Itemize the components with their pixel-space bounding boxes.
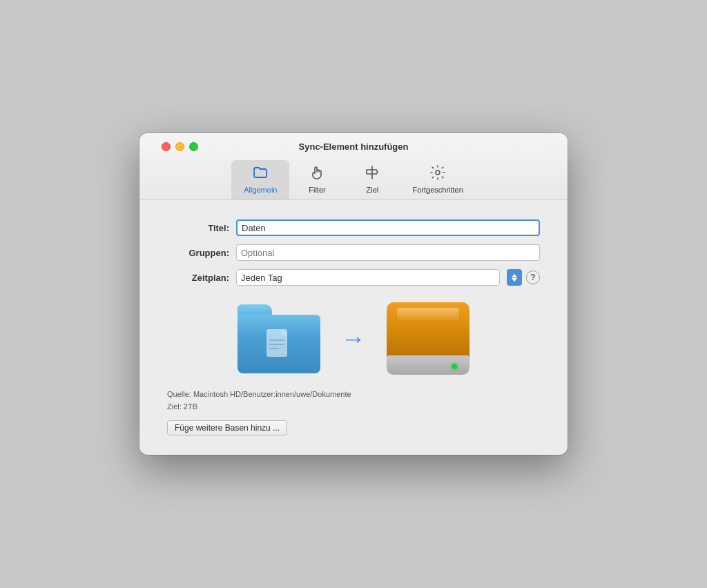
sync-arrow-icon: → [341, 324, 366, 353]
form-section: Titel: Gruppen: Zeitplan: Jeden Tag Stün… [167, 219, 540, 286]
document-icon [264, 328, 294, 365]
target-drive-icon[interactable] [387, 302, 469, 375]
close-button[interactable] [162, 142, 171, 151]
tab-fortgeschritten[interactable]: Fortgeschritten [400, 160, 475, 199]
traffic-lights [162, 142, 198, 151]
drive-body [387, 302, 469, 361]
content-area: Titel: Gruppen: Zeitplan: Jeden Tag Stün… [139, 200, 568, 454]
zeitplan-controls: Jeden Tag Stündlich Wöchentlich Manuell … [236, 269, 540, 286]
drive-base [387, 355, 469, 375]
gruppen-input[interactable] [236, 244, 540, 261]
tab-fortgeschritten-label: Fortgeschritten [412, 186, 463, 194]
titel-row: Titel: [167, 219, 540, 236]
drive-shine [397, 308, 459, 320]
source-info: Quelle: Macintosh HD/Benutzer:innen/uwe/… [167, 389, 540, 401]
gruppen-label: Gruppen: [167, 248, 229, 258]
titlebar-top: Sync-Element hinzufügen [151, 141, 556, 152]
stepper-down-icon [512, 278, 517, 282]
tab-allgemein[interactable]: Allgemein [231, 160, 289, 199]
svg-point-0 [436, 170, 440, 175]
folder-body [238, 315, 320, 373]
hand-tab-icon [309, 164, 325, 184]
stepper-up-icon [512, 274, 517, 277]
source-folder-icon[interactable] [238, 304, 320, 373]
sync-visual: → [167, 302, 540, 375]
gruppen-row: Gruppen: [167, 244, 540, 261]
titel-label: Titel: [167, 223, 229, 233]
titlebar: Sync-Element hinzufügen Allgemein Filter [139, 133, 568, 200]
zeitplan-stepper[interactable] [507, 269, 522, 286]
main-window: Sync-Element hinzufügen Allgemein Filter [139, 133, 568, 454]
zeitplan-row: Zeitplan: Jeden Tag Stündlich Wöchentlic… [167, 269, 540, 286]
tab-ziel[interactable]: Ziel [345, 160, 400, 199]
maximize-button[interactable] [189, 142, 198, 151]
minimize-button[interactable] [175, 142, 184, 151]
signpost-tab-icon [364, 164, 380, 184]
help-button[interactable]: ? [526, 271, 540, 284]
tab-ziel-label: Ziel [367, 186, 379, 194]
info-section: Quelle: Macintosh HD/Benutzer:innen/uwe/… [167, 389, 540, 435]
tab-filter[interactable]: Filter [289, 160, 345, 199]
add-base-button[interactable]: Füge weitere Basen hinzu ... [167, 420, 287, 435]
zeitplan-label: Zeitplan: [167, 273, 229, 283]
titel-input[interactable] [236, 219, 540, 236]
folder-inner [264, 328, 294, 368]
folder-tab-icon [252, 164, 269, 184]
zeitplan-select[interactable]: Jeden Tag Stündlich Wöchentlich Manuell [236, 269, 500, 286]
target-info: Ziel: 2TB [167, 401, 540, 413]
tab-filter-label: Filter [309, 186, 325, 194]
tab-bar: Allgemein Filter Ziel [231, 160, 476, 199]
window-title: Sync-Element hinzufügen [299, 141, 409, 152]
drive-led-icon [452, 364, 457, 369]
tab-allgemein-label: Allgemein [244, 186, 277, 194]
gear-tab-icon [429, 164, 446, 184]
